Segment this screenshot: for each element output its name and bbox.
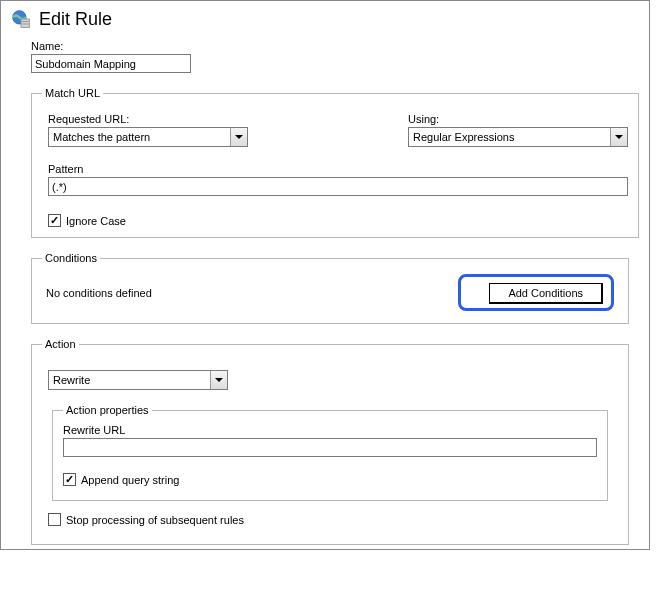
rewrite-url-input[interactable] xyxy=(63,438,597,457)
requested-url-label: Requested URL: xyxy=(48,113,378,125)
svg-rect-1 xyxy=(21,19,29,27)
pattern-input[interactable] xyxy=(48,177,628,196)
chevron-down-icon xyxy=(230,128,247,146)
conditions-group: Conditions No conditions defined Add Con… xyxy=(31,252,629,324)
action-properties-legend: Action properties xyxy=(63,404,152,416)
conditions-legend: Conditions xyxy=(42,252,100,264)
append-query-label: Append query string xyxy=(81,474,179,486)
using-select[interactable]: Regular Expressions xyxy=(408,127,628,147)
check-icon: ✓ xyxy=(50,215,59,226)
ignore-case-label: Ignore Case xyxy=(66,215,126,227)
action-type-select[interactable]: Rewrite xyxy=(48,370,228,390)
chevron-down-icon xyxy=(210,371,227,389)
match-url-legend: Match URL xyxy=(42,87,103,99)
header: Edit Rule xyxy=(11,3,639,40)
action-legend: Action xyxy=(42,338,79,350)
match-url-group: Match URL Requested URL: Matches the pat… xyxy=(31,87,639,238)
chevron-down-icon xyxy=(610,128,627,146)
name-input[interactable] xyxy=(31,54,191,73)
add-conditions-highlight: Add Conditions xyxy=(458,274,614,311)
using-label: Using: xyxy=(408,113,628,125)
window: Edit Rule Name: Match URL Requested URL:… xyxy=(0,0,650,550)
page-title: Edit Rule xyxy=(39,7,112,30)
append-query-checkbox[interactable]: ✓ xyxy=(63,473,76,486)
pattern-label: Pattern xyxy=(48,163,628,175)
action-group: Action Rewrite Action properties Rewrite… xyxy=(31,338,629,545)
content-area: Name: Match URL Requested URL: Matches t… xyxy=(11,40,639,545)
stop-processing-checkbox[interactable] xyxy=(48,513,61,526)
requested-url-select[interactable]: Matches the pattern xyxy=(48,127,248,147)
name-label: Name: xyxy=(31,40,629,52)
server-globe-icon xyxy=(11,9,31,29)
ignore-case-checkbox[interactable]: ✓ xyxy=(48,214,61,227)
rewrite-url-label: Rewrite URL xyxy=(63,424,597,436)
stop-processing-label: Stop processing of subsequent rules xyxy=(66,514,244,526)
add-conditions-button[interactable]: Add Conditions xyxy=(489,283,603,304)
action-properties-group: Action properties Rewrite URL ✓ Append q… xyxy=(52,404,608,501)
check-icon: ✓ xyxy=(65,474,74,485)
conditions-text: No conditions defined xyxy=(46,287,152,299)
